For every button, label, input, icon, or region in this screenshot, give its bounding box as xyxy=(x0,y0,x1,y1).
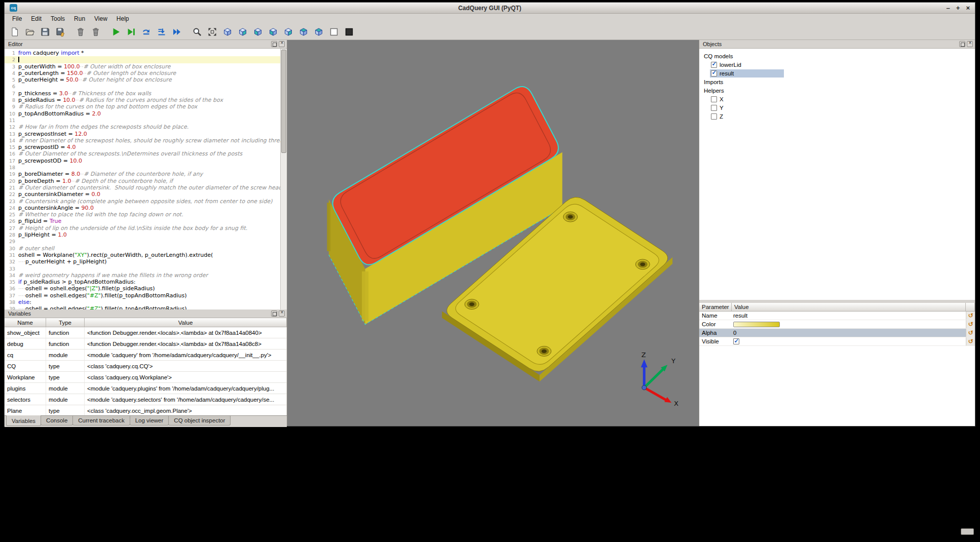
menu-run[interactable]: Run xyxy=(69,14,90,23)
code-line[interactable]: 13p_screwpostInset = 12.0 xyxy=(5,131,280,137)
code-line[interactable]: 24p_countersinkAngle = 90.0 xyxy=(5,205,280,211)
clear-icon[interactable] xyxy=(74,26,87,38)
code-line[interactable]: 5p_outerHeight = 50.0··# Outer height of… xyxy=(5,76,280,83)
table-row[interactable]: cqmodule<module 'cadquery' from '/home/a… xyxy=(5,350,287,361)
tree-item-x[interactable]: X xyxy=(699,95,975,103)
code-line[interactable]: 34# weird geometry happens if we make th… xyxy=(5,272,280,279)
column-header-value[interactable]: Value xyxy=(85,318,287,327)
editor-scrollbar[interactable] xyxy=(280,49,287,309)
code-line[interactable]: 20p_boreDepth = 1.0··# Depth of the coun… xyxy=(5,178,280,184)
reset-icon[interactable]: ↺ xyxy=(966,337,975,345)
tree-item-imports[interactable]: Imports xyxy=(699,78,975,86)
render-icon[interactable] xyxy=(110,26,122,38)
reset-icon[interactable]: ↺ xyxy=(966,320,975,328)
code-line[interactable]: 36····oshell = oshell.edges("|Z").fillet… xyxy=(5,285,280,292)
code-line[interactable]: 37····oshell = oshell.edges("#Z").fillet… xyxy=(5,292,280,299)
param-row-visible[interactable]: Visible↺ xyxy=(699,337,975,346)
code-line[interactable]: 23# Countersink angle (complete angle be… xyxy=(5,198,280,205)
param-row-alpha[interactable]: Alpha0↺ xyxy=(699,329,975,337)
tab-console[interactable]: Console xyxy=(41,416,73,425)
tree-item-lowerlid[interactable]: lowerLid xyxy=(699,60,975,69)
code-line[interactable]: 32····p_outerHeight + p_lipHeight) xyxy=(5,258,280,265)
delete-icon[interactable] xyxy=(90,26,102,38)
tree-item-result[interactable]: result xyxy=(699,69,975,78)
float-panel-icon[interactable] xyxy=(959,41,965,47)
step-into-icon[interactable] xyxy=(156,26,168,38)
close-panel-icon[interactable] xyxy=(967,41,973,47)
view-left-icon[interactable] xyxy=(267,26,279,38)
tab-variables[interactable]: Variables xyxy=(6,415,41,426)
menu-edit[interactable]: Edit xyxy=(26,14,46,23)
table-row[interactable]: CQtype<class 'cadquery.cq.CQ'> xyxy=(5,361,287,372)
close-panel-icon[interactable] xyxy=(279,41,285,47)
table-row[interactable]: Workplanetype<class 'cadquery.cq.Workpla… xyxy=(5,372,287,383)
tree-item-cq-models[interactable]: CQ models xyxy=(699,52,975,60)
code-line[interactable]: 11 xyxy=(5,117,280,124)
save-icon[interactable] xyxy=(39,26,51,38)
tab-cq-object-inspector[interactable]: CQ object inspector xyxy=(168,416,231,425)
checkbox[interactable] xyxy=(711,70,717,76)
code-line[interactable]: 16# Outer Diameter of the screwposts.\nD… xyxy=(5,150,280,157)
code-line[interactable]: 10p_topAndBottomRadius = 2.0 xyxy=(5,110,280,117)
code-line[interactable]: 26p_flipLid = True xyxy=(5,218,280,224)
table-row[interactable]: pluginsmodule<module 'cadquery.plugins' … xyxy=(5,383,287,394)
table-row[interactable]: show_objectfunction<function Debugger.re… xyxy=(5,327,287,338)
code-line[interactable]: 31oshell = Workplane("XY").rect(p_outerW… xyxy=(5,252,280,258)
code-line[interactable]: 4p_outerLength = 150.0··# Outer length o… xyxy=(5,70,280,76)
code-line[interactable]: 14# nner Diameter of the screwpost holes… xyxy=(5,137,280,144)
close-button[interactable]: × xyxy=(966,3,970,14)
code-line[interactable]: 1from cadquery import * xyxy=(5,50,280,56)
tab-log-viewer[interactable]: Log viewer xyxy=(130,416,169,425)
code-editor[interactable]: 1from cadquery import *23p_outerWidth = … xyxy=(5,49,287,309)
checkbox[interactable] xyxy=(711,105,717,111)
code-line[interactable]: 28p_lipHeight = 1.0 xyxy=(5,231,280,238)
view-iso-icon[interactable] xyxy=(221,26,234,38)
title-bar[interactable]: cq CadQuery GUI (PyQT) – + × xyxy=(5,3,975,14)
code-line[interactable]: 33 xyxy=(5,265,280,272)
checkbox[interactable] xyxy=(733,338,739,344)
code-line[interactable]: 3p_outerWidth = 100.0··# Outer width of … xyxy=(5,63,280,70)
float-panel-icon[interactable] xyxy=(271,311,277,317)
code-line[interactable]: 30# outer shell xyxy=(5,245,280,252)
float-panel-icon[interactable] xyxy=(271,41,277,47)
shaded-icon[interactable] xyxy=(343,26,355,38)
table-row[interactable]: Planetype<class 'cadquery.occ_impl.geom.… xyxy=(5,405,287,415)
code-line[interactable]: 17p_screwpostOD = 10.0 xyxy=(5,158,280,164)
maximize-button[interactable]: + xyxy=(956,3,960,14)
code-line[interactable]: 21# Outer diameter of countersink. Shoul… xyxy=(5,184,280,191)
view-bottom-icon[interactable] xyxy=(313,26,325,38)
code-line[interactable]: 19p_boreDiameter = 8.0··# Diameter of th… xyxy=(5,171,280,177)
3d-viewport[interactable]: Z Y X xyxy=(287,40,699,426)
view-top-icon[interactable] xyxy=(297,26,310,38)
scrollbar-thumb[interactable] xyxy=(281,50,286,153)
fit-view-icon[interactable] xyxy=(206,26,218,38)
table-row[interactable]: selectorsmodule<module 'cadquery.selecto… xyxy=(5,394,287,405)
view-back-icon[interactable] xyxy=(252,26,264,38)
taskbar-item[interactable] xyxy=(961,528,974,535)
view-front-icon[interactable] xyxy=(237,26,249,38)
reset-icon[interactable]: ↺ xyxy=(966,312,975,320)
code-line[interactable]: 25# Whether to place the lid with the to… xyxy=(5,211,280,218)
debug-icon[interactable] xyxy=(125,26,137,38)
tab-current-traceback[interactable]: Current traceback xyxy=(72,416,130,425)
minimize-button[interactable]: – xyxy=(947,3,950,14)
tree-item-z[interactable]: Z xyxy=(699,112,975,121)
column-header-name[interactable]: Name xyxy=(5,318,46,327)
column-header-value[interactable]: Value xyxy=(732,303,966,311)
code-line[interactable]: 38else: xyxy=(5,299,280,305)
code-line[interactable]: 29 xyxy=(5,238,280,245)
step-over-icon[interactable] xyxy=(140,26,153,38)
param-row-name[interactable]: Nameresult↺ xyxy=(699,312,975,320)
code-line[interactable]: 2 xyxy=(5,56,280,63)
menu-tools[interactable]: Tools xyxy=(46,14,69,23)
zoom-icon[interactable] xyxy=(191,26,203,38)
code-line[interactable]: 27# Height of lip on the underside of th… xyxy=(5,225,280,231)
save-as-icon[interactable] xyxy=(54,26,66,38)
code-line[interactable]: 22p_countersinkDiameter = 0.0 xyxy=(5,191,280,198)
checkbox[interactable] xyxy=(711,96,717,102)
code-line[interactable]: 9# Radius for the curves on the top and … xyxy=(5,103,280,110)
wireframe-icon[interactable] xyxy=(328,26,340,38)
checkbox[interactable] xyxy=(711,62,717,68)
menu-file[interactable]: File xyxy=(8,14,26,23)
code-line[interactable]: 39····oshell = oshell.edges("#Z").fillet… xyxy=(5,305,280,309)
